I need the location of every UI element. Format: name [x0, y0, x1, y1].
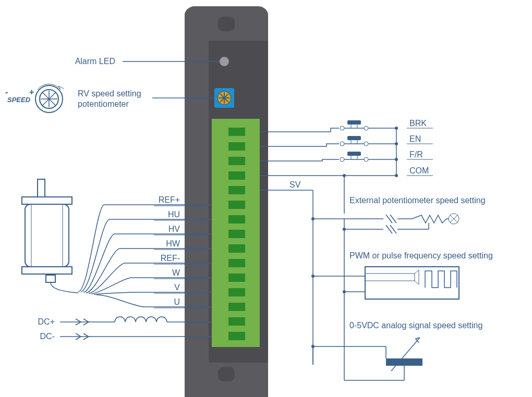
fr-switch-icon	[340, 152, 398, 162]
analog-source-icon	[365, 338, 422, 380]
motor-icon	[22, 179, 78, 293]
svg-rect-80	[347, 120, 361, 125]
svg-text:HW: HW	[166, 239, 180, 248]
svg-text:HV: HV	[168, 225, 180, 233]
svg-point-93	[340, 157, 344, 162]
svg-rect-17	[228, 215, 245, 224]
svg-text:U: U	[174, 297, 180, 306]
svg-rect-3	[218, 367, 235, 381]
ext-pot-group: External potentiometer speed setting	[311, 196, 486, 233]
svg-rect-22	[228, 288, 245, 296]
svg-rect-42	[25, 204, 69, 267]
svg-point-86	[364, 142, 368, 146]
svg-rect-12	[228, 142, 245, 151]
svg-text:EN: EN	[409, 134, 421, 143]
svg-text:External potentiometer speed s: External potentiometer speed setting	[349, 196, 486, 205]
svg-rect-25	[228, 332, 245, 340]
svg-rect-11	[228, 128, 245, 136]
svg-rect-46	[46, 275, 55, 282]
svg-rect-125	[365, 267, 459, 299]
svg-text:DC-: DC-	[40, 332, 55, 341]
svg-text:W: W	[172, 268, 180, 277]
svg-text:F/R: F/R	[409, 150, 423, 159]
svg-point-105	[343, 174, 346, 177]
svg-text:SPEED: SPEED	[7, 96, 31, 104]
pwm-group: PWM or pulse frequency speed setting	[311, 251, 493, 299]
potentiometer-icon	[214, 88, 234, 108]
svg-rect-2	[218, 17, 235, 31]
analog-group: 0-5VDC analog signal speed setting	[311, 321, 482, 380]
svg-rect-18	[228, 230, 245, 238]
svg-text:REF-: REF-	[161, 254, 180, 263]
svg-text:+: +	[29, 88, 34, 96]
sv-wire-group: SV	[260, 174, 346, 380]
brk-switch-icon	[340, 120, 398, 130]
svg-text:REF+: REF+	[159, 195, 180, 204]
svg-rect-20	[228, 259, 245, 267]
svg-text:PWM or pulse frequency speed s: PWM or pulse frequency speed setting	[349, 251, 493, 260]
control-signal-wires: BRK EN F/R COM	[260, 119, 433, 177]
svg-point-77	[340, 126, 344, 130]
svg-line-138	[391, 338, 420, 371]
svg-rect-16	[228, 201, 245, 209]
terminal-block-icon	[212, 119, 260, 347]
alarm-led-icon	[220, 57, 229, 66]
svg-rect-40	[38, 179, 45, 197]
en-switch-icon	[340, 136, 398, 146]
svg-text:V: V	[174, 283, 180, 292]
driver-module	[185, 6, 268, 397]
svg-rect-24	[228, 317, 245, 326]
svg-rect-23	[228, 303, 245, 311]
svg-rect-45	[22, 267, 72, 274]
svg-rect-88	[347, 136, 361, 140]
speed-knob-icon: SPEED + -	[5, 84, 64, 113]
pwm-source-icon	[365, 267, 459, 299]
svg-rect-136	[386, 358, 422, 366]
svg-text:RV speed setting: RV speed setting	[78, 89, 141, 98]
svg-text:DC+: DC+	[38, 317, 55, 326]
svg-rect-41	[22, 197, 72, 204]
svg-point-85	[340, 142, 344, 146]
svg-text:BRK: BRK	[409, 119, 427, 128]
external-potentiometer-icon	[412, 214, 459, 229]
svg-text:SV: SV	[289, 180, 301, 189]
svg-text:HU: HU	[168, 210, 180, 219]
svg-text:-: -	[5, 88, 8, 96]
svg-rect-15	[228, 186, 245, 194]
svg-point-94	[364, 157, 368, 162]
svg-text:Alarm LED: Alarm LED	[75, 57, 115, 66]
svg-text:COM: COM	[409, 166, 429, 175]
svg-rect-19	[228, 244, 245, 253]
svg-rect-14	[228, 171, 245, 180]
svg-rect-96	[347, 152, 361, 156]
svg-text:0-5VDC analog signal speed set: 0-5VDC analog signal speed setting	[349, 321, 482, 330]
svg-text:potentiometer: potentiometer	[78, 100, 129, 108]
svg-point-78	[364, 126, 368, 130]
svg-rect-21	[228, 274, 245, 282]
svg-rect-13	[228, 157, 245, 165]
